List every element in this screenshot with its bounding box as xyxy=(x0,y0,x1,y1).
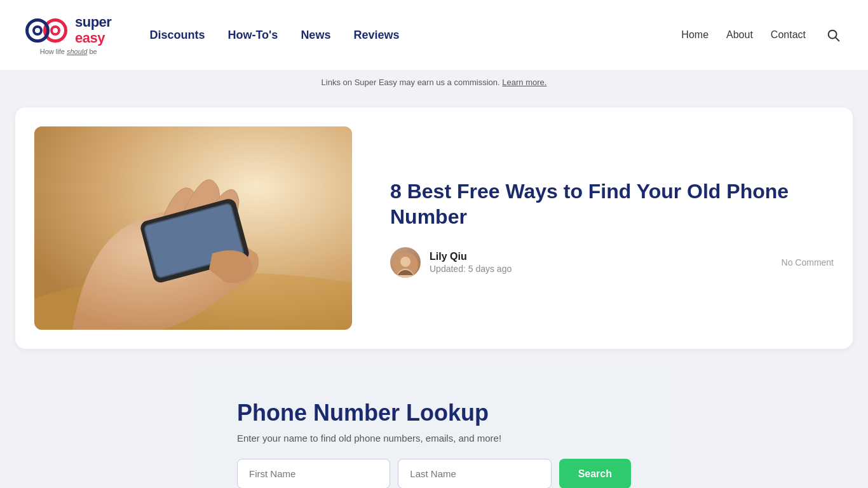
lookup-title: Phone Number Lookup xyxy=(237,400,631,426)
main-content: 8 Best Free Ways to Find Your Old Phone … xyxy=(0,95,868,488)
logo-circle-left xyxy=(25,18,50,43)
site-header: super easy How life should be Discounts … xyxy=(0,0,868,70)
affiliate-bar: Links on Super Easy may earn us a commis… xyxy=(0,70,868,95)
nav-home[interactable]: Home xyxy=(681,29,709,41)
svg-line-1 xyxy=(836,37,839,41)
lookup-form: Search xyxy=(237,459,631,488)
comment-count: No Comment xyxy=(782,257,834,268)
nav-news[interactable]: News xyxy=(301,29,330,42)
search-button[interactable] xyxy=(824,25,843,44)
last-name-input[interactable] xyxy=(398,459,551,488)
logo-super-text: super xyxy=(75,14,111,30)
article-image xyxy=(34,126,352,330)
article-content: 8 Best Free Ways to Find Your Old Phone … xyxy=(390,179,834,278)
article-title: 8 Best Free Ways to Find Your Old Phone … xyxy=(390,179,834,229)
author-date: Updated: 5 days ago xyxy=(430,264,773,274)
lookup-search-button[interactable]: Search xyxy=(559,459,631,488)
nav-reviews[interactable]: Reviews xyxy=(353,29,399,42)
logo[interactable]: super easy How life should be xyxy=(25,15,111,55)
nav-about[interactable]: About xyxy=(726,29,753,41)
affiliate-learn-more[interactable]: Learn more. xyxy=(502,78,546,87)
logo-easy-text: easy xyxy=(75,30,105,46)
right-navigation: Home About Contact xyxy=(681,25,843,44)
affiliate-text: Links on Super Easy may earn us a commis… xyxy=(322,78,503,87)
svg-point-8 xyxy=(400,257,410,267)
logo-inner-circle-right xyxy=(50,25,60,36)
lookup-widget: Phone Number Lookup Enter your name to f… xyxy=(199,368,669,488)
phone-illustration xyxy=(34,126,352,330)
nav-discounts[interactable]: Discounts xyxy=(149,29,205,42)
first-name-input[interactable] xyxy=(237,459,390,488)
lookup-description: Enter your name to find old phone number… xyxy=(237,433,631,444)
author-row: Lily Qiu Updated: 5 days ago No Comment xyxy=(390,247,834,278)
author-name: Lily Qiu xyxy=(430,251,773,262)
author-avatar xyxy=(390,247,421,278)
author-info: Lily Qiu Updated: 5 days ago xyxy=(430,251,773,274)
search-icon xyxy=(826,28,840,42)
article-card: 8 Best Free Ways to Find Your Old Phone … xyxy=(15,107,853,349)
nav-howtos[interactable]: How-To's xyxy=(227,29,278,42)
nav-contact[interactable]: Contact xyxy=(771,29,806,41)
logo-tagline: How life should be xyxy=(40,48,97,55)
logo-inner-circle-left xyxy=(32,25,43,36)
main-navigation: Discounts How-To's News Reviews xyxy=(149,29,681,42)
